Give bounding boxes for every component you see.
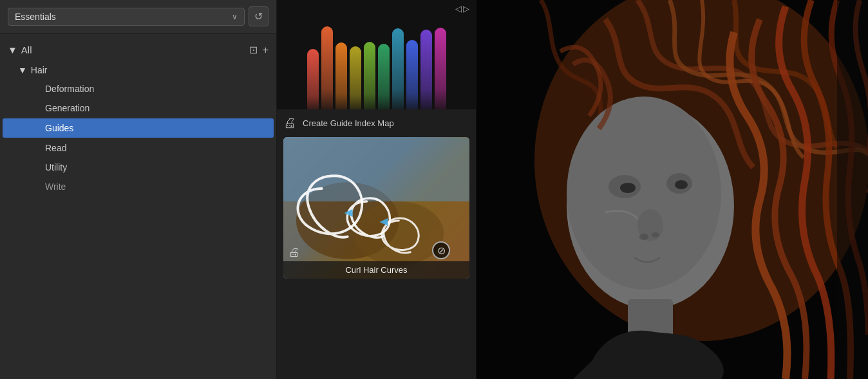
card-save-icon: 🖨 xyxy=(288,246,300,259)
svg-rect-3 xyxy=(283,137,469,201)
card-no-icon: ⊘ xyxy=(432,241,450,259)
printer-icon: 🖨 xyxy=(283,116,296,131)
refresh-icon: ↺ xyxy=(254,10,263,23)
svg-point-18 xyxy=(652,232,659,237)
essentials-label: Essentials xyxy=(15,12,56,22)
hair-strip xyxy=(406,40,418,109)
all-icons-right: ⊡ + xyxy=(249,44,269,56)
scene-icon: ⊡ xyxy=(249,44,258,56)
sidebar-item-read[interactable]: Read xyxy=(0,138,276,158)
svg-rect-16 xyxy=(837,0,868,379)
essentials-dropdown[interactable]: Essentials ∨ xyxy=(8,8,245,26)
guide-index-section: 🖨 Create Guide Index Map xyxy=(283,116,469,279)
top-arrows[interactable]: ◁ ▷ xyxy=(455,4,469,14)
hair-strips-preview xyxy=(277,0,476,109)
triangle-down-icon-hair: ▼ xyxy=(18,65,27,75)
no-entry-icon: ⊘ xyxy=(437,245,446,257)
face-render-svg xyxy=(476,0,868,379)
middle-panel: ◁ ▷ 🖨 Create Guide Index Map xyxy=(277,0,476,379)
all-label: All xyxy=(21,44,32,55)
hair-strip xyxy=(350,46,361,109)
save-card-icon: 🖨 xyxy=(288,246,300,259)
right-arrow-icon: ▷ xyxy=(463,4,469,14)
middle-top-preview: ◁ ▷ xyxy=(277,0,476,109)
curl-hair-card-label: Curl Hair Curves xyxy=(283,261,469,279)
hair-strip xyxy=(364,42,375,109)
tree-item-all[interactable]: ▼ All ⊡ + xyxy=(0,39,276,61)
guide-index-header: 🖨 Create Guide Index Map xyxy=(283,116,469,131)
hair-strip xyxy=(378,44,390,109)
svg-point-17 xyxy=(639,234,648,240)
hair-strip xyxy=(335,42,347,109)
sidebar-item-deformation[interactable]: Deformation xyxy=(0,79,276,98)
utility-label: Utility xyxy=(45,162,67,172)
sidebar-item-generation[interactable]: Generation xyxy=(0,98,276,118)
sidebar-tree: ▼ All ⊡ + ▼ Hair Deformation Generation … xyxy=(0,33,276,379)
left-arrow-icon: ◁ xyxy=(455,4,462,14)
hair-strip xyxy=(392,28,404,109)
svg-point-2 xyxy=(354,201,444,266)
hair-strip xyxy=(307,49,319,109)
svg-point-13 xyxy=(620,183,636,193)
sidebar-header: Essentials ∨ ↺ xyxy=(0,0,276,33)
sidebar-item-write[interactable]: Write xyxy=(0,177,276,196)
curl-label-text: Curl Hair Curves xyxy=(345,265,407,275)
guides-label: Guides xyxy=(45,123,73,133)
hair-strip xyxy=(435,28,446,109)
hair-strip xyxy=(420,30,432,109)
curl-hair-card[interactable]: 🖨 ⊘ Curl Hair Curves xyxy=(283,137,469,279)
add-icon[interactable]: + xyxy=(263,44,269,56)
refresh-button[interactable]: ↺ xyxy=(249,6,269,26)
sidebar-item-guides[interactable]: Guides xyxy=(3,118,274,138)
middle-content: 🖨 Create Guide Index Map xyxy=(277,109,476,379)
generation-label: Generation xyxy=(45,103,90,113)
svg-point-9 xyxy=(567,97,721,290)
hair-strip xyxy=(321,26,333,109)
sidebar: Essentials ∨ ↺ ▼ All ⊡ + ▼ Hair Deformat… xyxy=(0,0,277,379)
read-label: Read xyxy=(45,143,66,153)
tree-item-hair[interactable]: ▼ Hair xyxy=(0,61,276,79)
chevron-down-icon: ∨ xyxy=(232,12,238,21)
write-label: Write xyxy=(45,181,66,192)
sidebar-item-utility[interactable]: Utility xyxy=(0,158,276,177)
hair-label: Hair xyxy=(31,65,48,75)
triangle-down-icon: ▼ xyxy=(8,44,17,55)
deformation-label: Deformation xyxy=(45,84,94,94)
guide-index-label: Create Guide Index Map xyxy=(303,118,394,128)
svg-point-14 xyxy=(675,180,688,189)
right-panel xyxy=(476,0,868,379)
